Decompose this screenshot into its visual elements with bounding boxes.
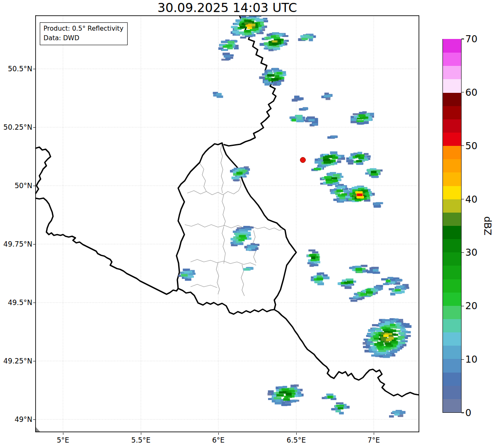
colorbar <box>442 39 462 413</box>
colorbar-segment <box>443 212 461 226</box>
y-tick-mark <box>33 69 35 69</box>
colorbar-segment <box>443 105 461 119</box>
colorbar-tick-label: 50 <box>465 140 490 152</box>
radar-map-figure: 30.09.2025 14:03 UTC <box>0 0 498 448</box>
y-tick-label: 49.5°N <box>0 298 32 307</box>
y-tick-mark <box>33 244 35 245</box>
colorbar-segment <box>443 52 461 66</box>
colorbar-segment <box>443 372 461 385</box>
map-svg <box>35 15 419 432</box>
colorbar-segment <box>443 159 461 172</box>
x-tick-mark <box>141 433 141 435</box>
colorbar-segment <box>443 332 461 346</box>
y-tick-label: 49.25°N <box>0 356 32 366</box>
y-tick-label: 50°N <box>0 181 32 190</box>
colorbar-segment <box>443 39 461 53</box>
product-info-box: Product: 0.5° Reflectivity Data: DWD <box>40 22 128 45</box>
colorbar-tick-label: 30 <box>465 247 490 258</box>
colorbar-tick-label: 10 <box>465 354 490 365</box>
colorbar-segment <box>443 358 461 372</box>
colorbar-segment <box>443 319 461 332</box>
location-marker <box>300 157 306 163</box>
radar-cells <box>178 15 411 418</box>
corner-triangle <box>35 426 41 432</box>
colorbar-tick-mark <box>462 145 464 146</box>
colorbar-segment <box>443 252 461 266</box>
colorbar-segment <box>443 79 461 92</box>
colorbar-segment <box>443 292 461 305</box>
colorbar-segment <box>443 225 461 239</box>
colorbar-tick-label: 20 <box>465 300 490 312</box>
colorbar-segment <box>443 278 461 292</box>
y-tick-label: 49.75°N <box>0 240 32 249</box>
colorbar-tick-mark <box>462 252 464 253</box>
y-tick-label: 49°N <box>0 415 32 424</box>
colorbar-tick-mark <box>462 412 464 413</box>
axes-frame <box>36 16 419 432</box>
figure-title: 30.09.2025 14:03 UTC <box>35 1 419 15</box>
y-tick-mark <box>33 303 35 303</box>
border-belgium-france <box>35 198 178 294</box>
colorbar-segment <box>443 119 461 133</box>
colorbar-segment <box>443 65 461 79</box>
product-line: Product: 0.5° Reflectivity <box>44 24 123 34</box>
colorbar-segment <box>443 132 461 146</box>
data-source-line: Data: DWD <box>44 34 123 43</box>
x-tick-label: 6.5°E <box>278 436 315 445</box>
colorbar-segment <box>443 305 461 319</box>
colorbar-tick-mark <box>462 92 464 92</box>
x-tick-label: 6°E <box>200 436 237 445</box>
colorbar-segment <box>443 399 461 412</box>
x-tick-label: 5°E <box>44 436 82 445</box>
colorbar-segment <box>443 345 461 359</box>
y-tick-mark <box>33 186 35 186</box>
x-tick-label: 5.5°E <box>122 436 160 445</box>
x-tick-mark <box>63 433 63 435</box>
colorbar-segment <box>443 92 461 106</box>
colorbar-tick-mark <box>462 39 464 39</box>
colorbar-tick-label: 40 <box>465 194 490 205</box>
colorbar-unit-label: dBZ <box>482 216 493 235</box>
x-tick-mark <box>374 433 374 435</box>
colorbar-segment <box>443 172 461 186</box>
colorbar-segment <box>443 185 461 199</box>
colorbar-tick-mark <box>462 199 464 199</box>
colorbar-segment <box>443 199 461 212</box>
colorbar-segment <box>443 265 461 279</box>
colorbar-tick-mark <box>462 306 464 306</box>
x-tick-label: 7°E <box>355 436 392 445</box>
grid-lines <box>35 15 419 432</box>
colorbar-tick-label: 60 <box>465 87 490 98</box>
y-tick-label: 50.25°N <box>0 123 32 132</box>
x-tick-mark <box>218 433 219 435</box>
map-plot-area: Product: 0.5° Reflectivity Data: DWD <box>35 15 419 432</box>
colorbar-tick-label: 70 <box>465 33 490 45</box>
x-tick-mark <box>296 433 297 435</box>
colorbar-tick-mark <box>462 359 464 360</box>
border-belgium-france-loop <box>35 147 51 194</box>
y-tick-mark <box>33 419 35 420</box>
y-tick-mark <box>33 127 35 128</box>
colorbar-segment <box>443 145 461 159</box>
colorbar-segment <box>443 239 461 252</box>
colorbar-segment <box>443 385 461 399</box>
y-tick-mark <box>33 361 35 361</box>
country-borders <box>35 15 419 397</box>
colorbar-tick-label: 0 <box>465 407 490 419</box>
y-tick-label: 50.5°N <box>0 64 32 73</box>
